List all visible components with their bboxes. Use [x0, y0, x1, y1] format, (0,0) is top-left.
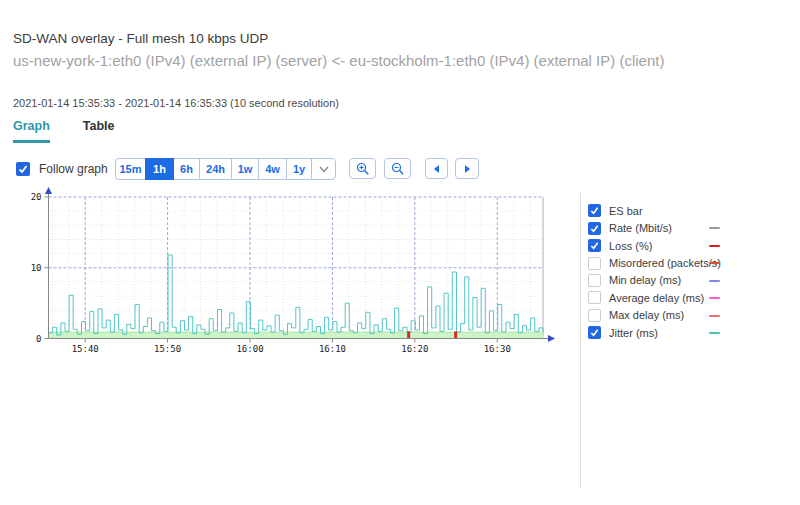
chart-legend: ES barRate (Mbit/s)Loss (%)Misordered (p…	[588, 202, 768, 342]
legend-item-jitter-ms: Jitter (ms)	[588, 324, 768, 341]
y-axis-tick-label: 10	[31, 263, 42, 273]
checkmark-icon	[590, 241, 599, 250]
legend-label: Average delay (ms)	[609, 292, 704, 304]
range-4w-button[interactable]: 4w	[258, 158, 287, 180]
checkmark-icon	[590, 206, 599, 215]
legend-checkbox-misordered-packets-s[interactable]	[588, 257, 601, 270]
tab-graph[interactable]: Graph	[13, 119, 50, 143]
checkmark-icon	[590, 224, 599, 233]
legend-label: Misordered (packets/s)	[609, 257, 721, 269]
legend-label: Min delay (ms)	[609, 274, 681, 286]
checkmark-icon	[590, 328, 599, 337]
legend-color-swatch	[709, 262, 720, 264]
zoom-out-icon	[391, 162, 405, 176]
zoom-in-button[interactable]	[349, 158, 376, 179]
x-axis-tick-label: 16:00	[236, 344, 263, 354]
legend-color-swatch	[709, 297, 720, 299]
checkmark-icon	[18, 164, 28, 174]
tab-bar: GraphTable	[13, 119, 115, 143]
chart-plot-area[interactable]: 0102015:4015:5016:0016:1016:2016:30	[0, 185, 570, 365]
pan-left-button[interactable]	[425, 158, 448, 179]
legend-item-loss: Loss (%)	[588, 237, 768, 254]
legend-checkbox-rate-mbit-s[interactable]	[588, 222, 601, 235]
legend-label: Jitter (ms)	[609, 327, 658, 339]
legend-color-swatch	[709, 245, 720, 247]
timeseries-chart: 0102015:4015:5016:0016:1016:2016:30	[0, 185, 570, 365]
legend-item-min-delay-ms: Min delay (ms)	[588, 272, 768, 289]
range-1h-button[interactable]: 1h	[145, 158, 174, 180]
legend-checkbox-loss[interactable]	[588, 239, 601, 252]
zoom-in-icon	[356, 162, 370, 176]
arrow-right-icon	[463, 164, 472, 174]
x-axis-tick-label: 16:10	[319, 344, 346, 354]
range-15m-button[interactable]: 15m	[115, 158, 146, 180]
pan-right-button[interactable]	[455, 158, 479, 179]
legend-checkbox-max-delay-ms[interactable]	[588, 309, 601, 322]
follow-graph-checkbox[interactable]	[16, 162, 30, 176]
legend-color-swatch	[709, 227, 720, 229]
legend-checkbox-jitter-ms[interactable]	[588, 326, 601, 339]
legend-label: Max delay (ms)	[609, 309, 684, 321]
zoom-out-button[interactable]	[384, 158, 411, 179]
legend-checkbox-average-delay-ms[interactable]	[588, 291, 601, 304]
x-axis-tick-label: 16:20	[401, 344, 428, 354]
range-6h-button[interactable]: 6h	[173, 158, 200, 180]
legend-divider	[580, 193, 581, 488]
range-24h-button[interactable]: 24h	[199, 158, 232, 180]
legend-item-misordered-packets-s: Misordered (packets/s)	[588, 254, 768, 271]
tab-table[interactable]: Table	[83, 119, 115, 143]
y-axis-tick-label: 20	[31, 192, 42, 202]
range-1w-button[interactable]: 1w	[231, 158, 259, 180]
legend-checkbox-es-bar[interactable]	[588, 204, 601, 217]
follow-graph-control: Follow graph	[16, 158, 108, 180]
legend-checkbox-min-delay-ms[interactable]	[588, 274, 601, 287]
legend-item-average-delay-ms: Average delay (ms)	[588, 289, 768, 306]
legend-item-es-bar: ES bar	[588, 202, 768, 219]
legend-color-swatch	[709, 315, 720, 317]
x-axis-tick-label: 15:50	[154, 344, 181, 354]
time-period-text: 2021-01-14 15:35:33 - 2021-01-14 16:35:3…	[13, 97, 339, 109]
x-axis-tick-label: 16:30	[484, 344, 511, 354]
range-more-dropdown-button[interactable]	[311, 158, 336, 180]
arrow-left-icon	[432, 164, 441, 174]
page-title: SD-WAN overlay - Full mesh 10 kbps UDP	[13, 31, 268, 46]
legend-label: Loss (%)	[609, 240, 652, 252]
legend-label: ES bar	[609, 205, 643, 217]
legend-item-rate-mbit-s: Rate (Mbit/s)	[588, 219, 768, 236]
x-axis-tick-label: 15:40	[72, 344, 99, 354]
legend-color-swatch	[709, 332, 720, 334]
chevron-down-icon	[318, 164, 330, 174]
legend-color-swatch	[709, 280, 720, 282]
legend-item-max-delay-ms: Max delay (ms)	[588, 307, 768, 324]
page-subtitle: us-new-york-1:eth0 (IPv4) (external IP) …	[13, 52, 664, 69]
range-1y-button[interactable]: 1y	[286, 158, 312, 180]
y-axis-tick-label: 0	[36, 334, 41, 344]
time-range-button-group: 15m1h6h24h1w4w1y	[115, 158, 336, 180]
legend-label: Rate (Mbit/s)	[609, 222, 672, 234]
follow-graph-label: Follow graph	[39, 162, 108, 176]
